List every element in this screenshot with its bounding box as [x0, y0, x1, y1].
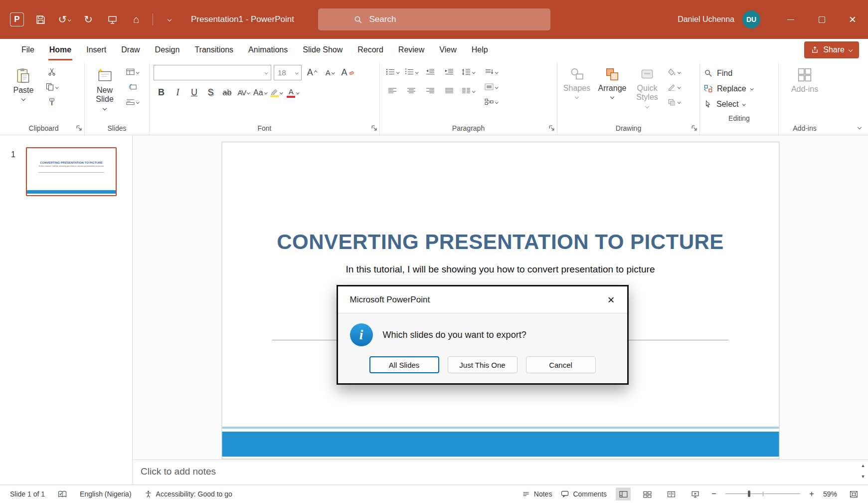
- zoom-in-button[interactable]: +: [809, 489, 814, 499]
- comments-button[interactable]: Comments: [561, 490, 607, 498]
- zoom-out-button[interactable]: −: [711, 489, 716, 499]
- collapse-ribbon-icon[interactable]: [858, 125, 862, 129]
- maximize-button[interactable]: [806, 0, 837, 39]
- clear-formatting-button[interactable]: A: [340, 64, 355, 81]
- zoom-slider[interactable]: [725, 490, 800, 499]
- character-spacing-button[interactable]: AV: [236, 84, 251, 101]
- tab-help[interactable]: Help: [464, 39, 496, 60]
- close-button[interactable]: ×: [837, 0, 868, 39]
- new-slide-button[interactable]: New Slide: [89, 64, 121, 110]
- select-button[interactable]: Select: [704, 96, 774, 112]
- cancel-button[interactable]: Cancel: [526, 356, 596, 373]
- justify-button[interactable]: [441, 83, 458, 98]
- all-slides-button[interactable]: All Slides: [369, 356, 439, 373]
- scroll-up-button[interactable]: ▲: [860, 462, 867, 469]
- home-button[interactable]: ⌂: [129, 12, 144, 27]
- fit-slide-button[interactable]: [846, 488, 861, 501]
- customize-qat-button[interactable]: [162, 12, 177, 27]
- align-right-button[interactable]: [422, 83, 439, 98]
- font-color-button[interactable]: A: [285, 84, 301, 101]
- account-avatar[interactable]: DU: [742, 10, 760, 28]
- line-spacing-button[interactable]: [460, 64, 477, 79]
- font-size-combo[interactable]: 18: [274, 65, 302, 80]
- slide-title-textbox[interactable]: CONVERTING PRESENTATION TO PICTURE: [222, 230, 779, 254]
- align-text-button[interactable]: [483, 79, 500, 94]
- dialog-close-button[interactable]: ×: [602, 291, 620, 309]
- shape-effects-button[interactable]: [666, 94, 683, 109]
- change-case-button[interactable]: Aa: [252, 84, 268, 101]
- scroll-down-button[interactable]: ▼: [860, 473, 867, 480]
- font-dialog-launcher[interactable]: [371, 125, 377, 131]
- minimize-button[interactable]: [775, 0, 806, 39]
- quick-styles-button[interactable]: Quick Styles: [632, 64, 662, 108]
- font-name-combo[interactable]: [154, 65, 271, 80]
- arrange-button[interactable]: Arrange: [596, 64, 629, 98]
- slide-layout-button[interactable]: [124, 64, 141, 79]
- columns-button[interactable]: [460, 83, 477, 98]
- align-center-button[interactable]: [403, 83, 420, 98]
- paste-button[interactable]: Paste: [7, 64, 40, 100]
- tab-draw[interactable]: Draw: [114, 39, 147, 60]
- tab-home[interactable]: Home: [42, 39, 79, 60]
- save-button[interactable]: [33, 12, 48, 27]
- replace-button[interactable]: Replace: [704, 81, 774, 96]
- numbering-button[interactable]: [403, 64, 420, 79]
- text-highlight-button[interactable]: [269, 84, 284, 101]
- slideshow-view-button[interactable]: [688, 488, 702, 501]
- tab-animations[interactable]: Animations: [241, 39, 295, 60]
- bullets-button[interactable]: [384, 64, 401, 79]
- increase-font-size-button[interactable]: A: [304, 64, 320, 81]
- tab-review[interactable]: Review: [391, 39, 432, 60]
- paragraph-dialog-launcher[interactable]: [548, 125, 555, 131]
- just-this-one-button[interactable]: Just This One: [448, 356, 518, 373]
- notes-pane[interactable]: Click to add notes ▲ ▼: [133, 460, 868, 485]
- drawing-dialog-launcher[interactable]: [691, 125, 697, 131]
- cut-button[interactable]: [43, 64, 60, 79]
- clipboard-dialog-launcher[interactable]: [76, 125, 82, 131]
- format-painter-button[interactable]: [43, 94, 60, 109]
- text-direction-button[interactable]: [483, 64, 500, 79]
- tab-slide-show[interactable]: Slide Show: [295, 39, 350, 60]
- reading-view-button[interactable]: [664, 488, 679, 501]
- convert-to-smartart-button[interactable]: [483, 94, 500, 109]
- undo-button[interactable]: ↺: [57, 12, 72, 27]
- slide-thumbnail[interactable]: CONVERTING PRESENTATION TO PICTURE In th…: [26, 147, 117, 196]
- copy-button[interactable]: [43, 79, 60, 94]
- spellcheck-button[interactable]: [58, 491, 67, 498]
- slide-subtitle-textbox[interactable]: In this tutorial, I will be showing you …: [222, 264, 779, 275]
- align-left-button[interactable]: [384, 83, 401, 98]
- tab-insert[interactable]: Insert: [79, 39, 114, 60]
- underline-button[interactable]: U: [186, 84, 202, 101]
- find-button[interactable]: Find: [704, 65, 774, 81]
- tab-file[interactable]: File: [14, 39, 42, 60]
- search-bar[interactable]: [318, 8, 550, 30]
- addins-button[interactable]: Add-ins: [785, 64, 825, 94]
- bold-button[interactable]: B: [154, 84, 169, 101]
- start-slideshow-button[interactable]: [105, 12, 120, 27]
- notes-toggle-button[interactable]: Notes: [522, 490, 552, 498]
- account-name[interactable]: Daniel Uchenna: [678, 15, 734, 24]
- strikethrough-button[interactable]: ab: [219, 84, 235, 101]
- tab-record[interactable]: Record: [350, 39, 391, 60]
- reset-slide-button[interactable]: [124, 79, 141, 94]
- text-shadow-button[interactable]: S: [203, 84, 218, 101]
- italic-button[interactable]: I: [170, 84, 185, 101]
- tab-design[interactable]: Design: [148, 39, 187, 60]
- zoom-level[interactable]: 59%: [823, 490, 837, 498]
- redo-button[interactable]: ↻: [81, 12, 96, 27]
- search-input[interactable]: [369, 14, 519, 24]
- shape-outline-button[interactable]: [666, 79, 683, 94]
- slide-sorter-view-button[interactable]: [640, 488, 655, 501]
- tab-transitions[interactable]: Transitions: [187, 39, 241, 60]
- increase-indent-button[interactable]: [441, 64, 458, 79]
- decrease-font-size-button[interactable]: A: [322, 64, 338, 81]
- language-button[interactable]: English (Nigeria): [80, 490, 131, 498]
- share-button[interactable]: Share: [804, 41, 859, 58]
- section-button[interactable]: [124, 94, 141, 109]
- decrease-indent-button[interactable]: [422, 64, 439, 79]
- accessibility-button[interactable]: Accessibility: Good to go: [145, 490, 232, 498]
- zoom-slider-thumb[interactable]: [748, 491, 750, 497]
- shape-fill-button[interactable]: [666, 64, 683, 79]
- shapes-button[interactable]: Shapes: [561, 64, 592, 98]
- normal-view-button[interactable]: [616, 488, 631, 501]
